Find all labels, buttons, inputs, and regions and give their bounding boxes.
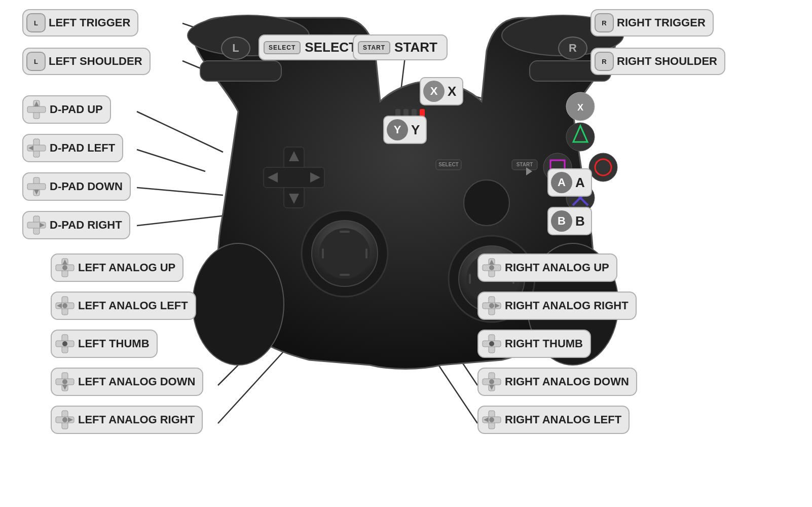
right-thumb-icon	[482, 334, 502, 354]
right-thumb-label: RIGHT THUMB	[477, 330, 591, 358]
dpad-left-label: D-PAD LEFT	[22, 134, 123, 162]
left-thumb-text: LEFT THUMB	[78, 337, 150, 350]
l-shoulder-icon: L	[26, 52, 46, 71]
right-thumb-text: RIGHT THUMB	[505, 337, 583, 350]
svg-point-123	[489, 417, 494, 422]
select-icon: SELECT	[264, 41, 301, 54]
svg-text:START: START	[516, 162, 533, 167]
svg-rect-53	[340, 231, 350, 233]
left-shoulder-label: L LEFT SHOULDER	[22, 48, 151, 75]
svg-point-52	[319, 228, 370, 279]
right-trigger-text: RIGHT TRIGGER	[617, 16, 706, 29]
left-analog-down-label: LEFT ANALOG DOWN	[51, 368, 203, 396]
a-button-icon: A	[551, 172, 572, 193]
svg-rect-62	[469, 274, 471, 284]
right-analog-down-label: RIGHT ANALOG DOWN	[477, 368, 637, 396]
svg-text:L: L	[232, 42, 239, 54]
right-analog-up-text: RIGHT ANALOG UP	[505, 261, 609, 274]
left-analog-up-text: LEFT ANALOG UP	[78, 261, 175, 274]
svg-point-89	[62, 265, 67, 270]
r-trigger-icon: R	[595, 13, 614, 32]
right-shoulder-text: RIGHT SHOULDER	[617, 55, 717, 68]
dpad-right-icon	[26, 215, 47, 235]
svg-rect-76	[27, 106, 46, 113]
right-analog-left-icon	[482, 410, 502, 430]
dpad-right-label: D-PAD RIGHT	[22, 211, 130, 239]
right-analog-left-text: RIGHT ANALOG LEFT	[505, 413, 621, 426]
svg-text:X: X	[577, 102, 583, 113]
svg-point-66	[589, 153, 617, 182]
x-button-icon: X	[423, 81, 445, 102]
svg-point-116	[489, 341, 494, 346]
svg-rect-82	[27, 184, 46, 190]
svg-point-112	[489, 303, 494, 308]
right-shoulder-label: R RIGHT SHOULDER	[590, 48, 725, 75]
left-shoulder-text: LEFT SHOULDER	[49, 55, 142, 68]
dpad-left-icon	[26, 138, 47, 158]
select-text: SELECT	[305, 40, 357, 55]
left-analog-down-icon	[55, 372, 75, 392]
right-analog-right-label: RIGHT ANALOG RIGHT	[477, 292, 637, 320]
svg-text:SELECT: SELECT	[438, 162, 458, 167]
left-analog-right-text: LEFT ANALOG RIGHT	[78, 413, 195, 426]
r-shoulder-icon: R	[595, 52, 614, 71]
left-analog-down-text: LEFT ANALOG DOWN	[78, 375, 195, 388]
select-label: SELECT SELECT	[259, 34, 367, 60]
b-button-label: B B	[547, 207, 592, 235]
a-button-label: A A	[547, 168, 592, 197]
y-button-icon: Y	[387, 119, 408, 140]
dpad-down-label: D-PAD DOWN	[22, 172, 131, 201]
svg-point-104	[62, 417, 67, 422]
svg-point-100	[62, 379, 67, 384]
svg-point-93	[62, 303, 67, 308]
right-analog-right-icon	[482, 296, 502, 316]
x-button-label: X X	[420, 77, 463, 105]
left-analog-up-icon	[55, 258, 75, 278]
y-button-label: Y Y	[383, 116, 427, 144]
svg-text:R: R	[569, 42, 577, 54]
left-analog-right-label: LEFT ANALOG RIGHT	[51, 406, 203, 434]
b-button-text: B	[575, 213, 585, 229]
x-button-text: X	[448, 84, 456, 99]
right-analog-right-text: RIGHT ANALOG RIGHT	[505, 299, 629, 312]
svg-point-119	[489, 379, 494, 384]
left-thumb-icon	[55, 334, 75, 354]
dpad-right-text: D-PAD RIGHT	[50, 219, 122, 232]
right-analog-up-icon	[482, 258, 502, 278]
dpad-up-icon	[26, 99, 47, 120]
left-trigger-label: L LEFT TRIGGER	[22, 9, 138, 37]
start-label: START START	[353, 34, 448, 60]
svg-rect-28	[200, 61, 281, 81]
l-trigger-icon: L	[26, 13, 46, 32]
left-analog-up-label: LEFT ANALOG UP	[51, 254, 183, 282]
dpad-up-text: D-PAD UP	[50, 103, 103, 116]
svg-point-24	[193, 243, 284, 365]
right-analog-up-label: RIGHT ANALOG UP	[477, 254, 617, 282]
svg-rect-55	[322, 248, 324, 259]
left-analog-right-icon	[55, 410, 75, 430]
left-trigger-text: LEFT TRIGGER	[49, 16, 130, 29]
svg-rect-56	[365, 248, 367, 259]
y-button-text: Y	[411, 122, 420, 138]
left-analog-left-icon	[55, 296, 75, 316]
right-trigger-label: R RIGHT TRIGGER	[590, 9, 714, 37]
left-thumb-label: LEFT THUMB	[51, 330, 158, 358]
svg-point-108	[489, 265, 494, 270]
b-button-icon: B	[551, 210, 572, 232]
left-analog-left-text: LEFT ANALOG LEFT	[78, 299, 188, 312]
dpad-down-icon	[26, 176, 47, 197]
left-analog-left-label: LEFT ANALOG LEFT	[51, 292, 196, 320]
start-icon: START	[358, 41, 390, 54]
dpad-left-text: D-PAD LEFT	[50, 141, 115, 155]
dpad-up-label: D-PAD UP	[22, 95, 111, 124]
start-text: START	[394, 40, 437, 55]
right-analog-down-text: RIGHT ANALOG DOWN	[505, 375, 629, 388]
controller-diagram: L R SELECT START	[0, 0, 812, 507]
a-button-text: A	[575, 175, 585, 191]
svg-point-49	[464, 180, 509, 226]
right-analog-down-icon	[482, 372, 502, 392]
right-analog-left-label: RIGHT ANALOG LEFT	[477, 406, 630, 434]
dpad-down-text: D-PAD DOWN	[50, 180, 123, 193]
svg-rect-54	[340, 274, 350, 276]
svg-point-97	[62, 341, 67, 346]
